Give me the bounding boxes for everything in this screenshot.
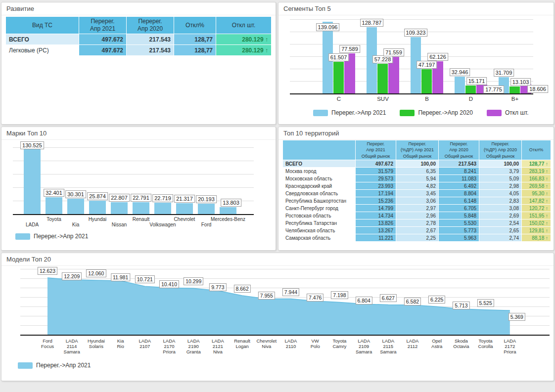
legend-item[interactable]: Перерег.->Апр 2020 bbox=[400, 109, 472, 116]
row-label-cell[interactable]: Краснодарский край bbox=[283, 182, 356, 190]
row-label-cell[interactable]: ВСЕГО bbox=[6, 34, 79, 45]
row-label-cell[interactable]: Легковые (PC) bbox=[6, 45, 79, 56]
value-cell[interactable]: 5.963 bbox=[439, 234, 479, 242]
value-cell[interactable]: 2,78 bbox=[396, 219, 439, 227]
column-header[interactable]: Перерег. Апр 2020 bbox=[127, 17, 174, 34]
value-cell[interactable]: 217.543 bbox=[127, 34, 174, 45]
row-label-cell[interactable]: Москва город bbox=[283, 168, 356, 175]
legend-item[interactable]: Перерег.->Апр 2021 bbox=[313, 109, 386, 116]
value-cell[interactable]: 2,54 bbox=[479, 219, 522, 227]
value-cell[interactable]: 128,77 bbox=[174, 34, 216, 45]
value-cell[interactable]: 6.148 bbox=[439, 197, 479, 205]
column-header[interactable]: Откл% bbox=[522, 140, 551, 160]
value-cell[interactable]: 150,02 ↑ bbox=[522, 219, 551, 227]
value-cell[interactable]: 11.221 bbox=[356, 234, 396, 242]
row-label-cell[interactable]: Свердловская область bbox=[283, 190, 356, 197]
value-cell[interactable]: 5.773 bbox=[439, 227, 479, 234]
row-label-cell[interactable]: Санкт-Петербург город bbox=[283, 205, 356, 212]
value-cell[interactable]: 128,77 ↑ bbox=[522, 160, 551, 168]
value-cell[interactable]: 14.799 bbox=[356, 205, 396, 212]
value-cell[interactable]: 2,74 bbox=[479, 234, 522, 242]
value-cell[interactable]: 129,81 ↑ bbox=[522, 227, 551, 234]
row-label-cell[interactable]: Самарская область bbox=[283, 234, 356, 242]
value-cell[interactable]: 497.672 bbox=[356, 160, 396, 168]
row-label-cell[interactable]: Республика Башкортостан bbox=[283, 197, 356, 205]
value-cell[interactable]: 5.530 bbox=[439, 219, 479, 227]
value-cell[interactable]: 151,95 ↑ bbox=[522, 212, 551, 219]
bar[interactable] bbox=[24, 147, 41, 214]
legend-item[interactable]: Перерег.->Апр 2021 bbox=[15, 233, 88, 240]
value-cell[interactable]: 217.543 bbox=[439, 160, 479, 168]
row-label-cell[interactable]: Ростовская область bbox=[283, 212, 356, 219]
bar[interactable] bbox=[377, 64, 388, 93]
value-cell[interactable]: 8.241 bbox=[439, 168, 479, 175]
value-cell[interactable]: 100,00 bbox=[479, 160, 522, 168]
bar[interactable] bbox=[176, 203, 193, 214]
value-cell[interactable]: 6.492 bbox=[439, 182, 479, 190]
value-cell[interactable]: 100,00 bbox=[396, 160, 439, 168]
bar[interactable] bbox=[465, 86, 476, 93]
table-row[interactable]: ВСЕГО497.672100,00217.543100,00128,77 ↑ bbox=[283, 160, 551, 168]
column-header[interactable]: Откл шт. bbox=[216, 17, 272, 34]
value-cell[interactable]: 217.543 bbox=[127, 45, 174, 56]
value-cell[interactable]: 4,05 bbox=[479, 190, 522, 197]
bar[interactable] bbox=[220, 207, 236, 214]
table-row[interactable]: Санкт-Петербург город14.7992,976.7053,08… bbox=[283, 205, 551, 212]
value-cell[interactable]: 3,45 bbox=[396, 190, 439, 197]
value-cell[interactable]: 120,72 ↑ bbox=[522, 205, 551, 212]
bar[interactable] bbox=[46, 197, 62, 214]
value-cell[interactable]: 4,82 bbox=[396, 182, 439, 190]
value-cell[interactable]: 8.804 bbox=[439, 190, 479, 197]
table-row[interactable]: Краснодарский край23.9934,826.4922,98269… bbox=[283, 182, 551, 190]
value-cell[interactable]: 6.705 bbox=[439, 205, 479, 212]
value-cell[interactable]: 2,69 bbox=[479, 212, 522, 219]
value-cell[interactable]: 5,09 bbox=[479, 175, 522, 182]
legend-item[interactable]: Откл шт. bbox=[487, 109, 529, 116]
bar[interactable] bbox=[198, 204, 215, 214]
value-cell[interactable]: 29.573 bbox=[356, 175, 396, 182]
value-cell[interactable]: 2,96 bbox=[396, 212, 439, 219]
column-header[interactable] bbox=[283, 140, 356, 160]
column-header[interactable]: Перерег. Апр 2021 bbox=[79, 17, 127, 34]
bar[interactable] bbox=[67, 199, 84, 214]
bar[interactable] bbox=[133, 202, 149, 214]
table-row[interactable]: Легковые (PC)497.672217.543128,77280.129… bbox=[6, 45, 272, 56]
row-label-cell[interactable]: ВСЕГО bbox=[283, 160, 356, 168]
column-header[interactable]: Перерег. Апр 2021 Общий рынок bbox=[356, 140, 396, 160]
value-cell[interactable]: 497.672 bbox=[79, 45, 127, 56]
value-cell[interactable]: 3,08 bbox=[479, 205, 522, 212]
table-row[interactable]: Свердловская область17.1943,458.8044,059… bbox=[283, 190, 551, 197]
value-cell[interactable]: 3,79 bbox=[479, 168, 522, 175]
table-row[interactable]: Самарская область11.2212,255.9632,7488,1… bbox=[283, 234, 551, 242]
value-cell[interactable]: 13.267 bbox=[356, 227, 396, 234]
value-cell[interactable]: 5,94 bbox=[396, 175, 439, 182]
bar[interactable] bbox=[89, 201, 106, 214]
area-series[interactable] bbox=[5, 265, 551, 380]
value-cell[interactable]: 269,58 ↑ bbox=[522, 182, 551, 190]
table-row[interactable]: Ростовская область14.7342,965.8482,69151… bbox=[283, 212, 551, 219]
bar[interactable] bbox=[111, 202, 128, 214]
value-cell[interactable]: 3,06 bbox=[396, 197, 439, 205]
value-cell[interactable]: 497.672 bbox=[79, 34, 127, 45]
value-cell[interactable]: 2,67 bbox=[396, 227, 439, 234]
table-row[interactable]: Республика Татарстан13.8262,785.5302,541… bbox=[283, 219, 551, 227]
value-cell[interactable]: 166,83 ↑ bbox=[522, 175, 551, 182]
value-cell[interactable]: 13.826 bbox=[356, 219, 396, 227]
bar[interactable] bbox=[509, 87, 520, 93]
value-cell[interactable]: 2,97 bbox=[396, 205, 439, 212]
bar[interactable] bbox=[154, 203, 171, 214]
value-cell[interactable]: 23.993 bbox=[356, 182, 396, 190]
column-header[interactable]: Вид ТС bbox=[6, 17, 79, 34]
value-cell[interactable]: 11.083 bbox=[439, 175, 479, 182]
value-cell[interactable]: 2,25 bbox=[396, 234, 439, 242]
column-header[interactable]: Откл% bbox=[174, 17, 216, 34]
column-header[interactable]: Перерег. Апр 2020 Общий рынок bbox=[439, 140, 479, 160]
value-cell[interactable]: 95,30 ↑ bbox=[522, 190, 551, 197]
bar[interactable] bbox=[421, 69, 432, 93]
value-cell[interactable]: 14.734 bbox=[356, 212, 396, 219]
value-cell[interactable]: 2,83 bbox=[479, 197, 522, 205]
bar[interactable] bbox=[333, 62, 344, 93]
value-cell[interactable]: 280.129 ↑ bbox=[216, 34, 272, 45]
value-cell[interactable]: 15.236 bbox=[356, 197, 396, 205]
row-label-cell[interactable]: Московская область bbox=[283, 175, 356, 182]
